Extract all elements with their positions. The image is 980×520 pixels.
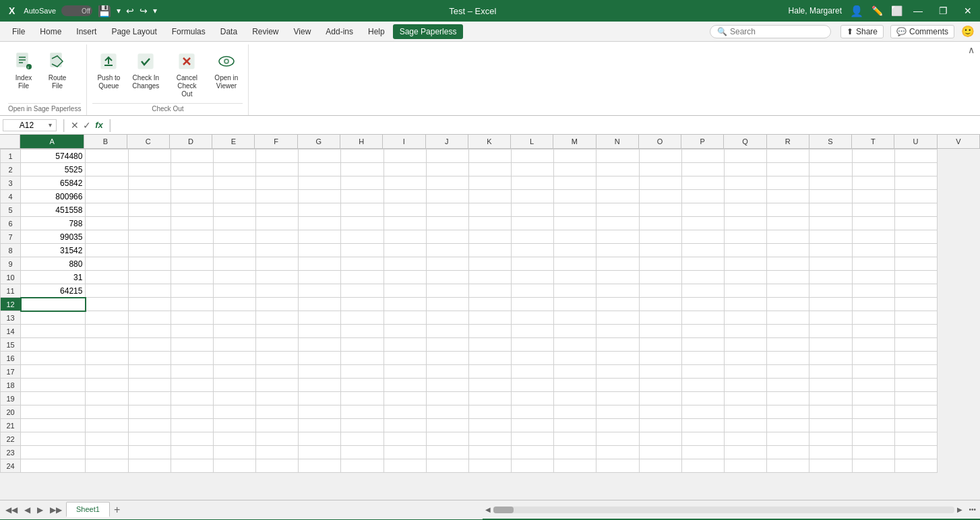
cell[interactable] xyxy=(213,392,255,405)
row-number[interactable]: 23 xyxy=(1,446,21,459)
grid-body[interactable]: 1574480255253658424800966545155867887990… xyxy=(0,149,980,500)
cell[interactable] xyxy=(426,379,468,392)
row-number[interactable]: 10 xyxy=(1,271,21,284)
cell[interactable] xyxy=(468,190,511,203)
col-header-a[interactable]: A xyxy=(20,135,84,148)
cell[interactable] xyxy=(256,352,299,365)
cell[interactable] xyxy=(639,203,681,217)
cell[interactable] xyxy=(426,284,468,298)
cell[interactable] xyxy=(512,163,554,176)
cell[interactable]: 65842 xyxy=(21,176,86,190)
cell[interactable] xyxy=(86,271,128,284)
cell[interactable] xyxy=(213,338,255,352)
cell[interactable] xyxy=(384,257,426,271)
cell[interactable] xyxy=(767,284,809,298)
cell[interactable] xyxy=(341,163,384,176)
cell[interactable] xyxy=(171,163,213,176)
cell[interactable] xyxy=(384,405,426,419)
col-header-l[interactable]: L xyxy=(511,135,553,148)
formula-cancel-icon[interactable]: ✕ xyxy=(71,120,79,131)
cell[interactable] xyxy=(299,163,341,176)
sheet-nav-prev[interactable]: ◀ xyxy=(22,505,33,515)
cell[interactable] xyxy=(384,338,426,352)
cell[interactable] xyxy=(171,405,213,419)
cell[interactable] xyxy=(299,405,341,419)
cell[interactable] xyxy=(852,150,894,163)
cell[interactable] xyxy=(213,176,255,190)
cell[interactable] xyxy=(213,325,255,338)
cell[interactable] xyxy=(639,230,681,244)
cell[interactable] xyxy=(852,405,894,419)
cell[interactable] xyxy=(639,365,681,379)
cell[interactable] xyxy=(724,190,766,203)
cell[interactable] xyxy=(256,405,299,419)
cell[interactable] xyxy=(256,271,299,284)
cell[interactable] xyxy=(341,230,384,244)
cell[interactable] xyxy=(852,244,894,257)
row-number[interactable]: 5 xyxy=(1,203,21,217)
cell[interactable] xyxy=(21,392,86,405)
cell[interactable] xyxy=(299,284,341,298)
row-number[interactable]: 8 xyxy=(1,244,21,257)
cell[interactable] xyxy=(256,298,299,311)
cell[interactable] xyxy=(894,392,937,405)
cell[interactable] xyxy=(809,190,852,203)
cell[interactable] xyxy=(767,150,809,163)
cell[interactable] xyxy=(852,217,894,230)
cell[interactable] xyxy=(554,352,596,365)
cell[interactable] xyxy=(21,325,86,338)
cell[interactable] xyxy=(681,298,724,311)
cell[interactable] xyxy=(341,405,384,419)
cell[interactable] xyxy=(724,311,766,325)
cell[interactable] xyxy=(894,284,937,298)
cell[interactable] xyxy=(681,379,724,392)
cell[interactable] xyxy=(852,446,894,459)
cell[interactable]: 64215 xyxy=(21,284,86,298)
row-number[interactable]: 21 xyxy=(1,419,21,432)
cell[interactable] xyxy=(426,176,468,190)
cell[interactable] xyxy=(554,217,596,230)
cell[interactable] xyxy=(681,352,724,365)
cell[interactable] xyxy=(639,244,681,257)
cell[interactable] xyxy=(426,459,468,473)
cell[interactable] xyxy=(724,379,766,392)
cell[interactable] xyxy=(724,176,766,190)
cell[interactable] xyxy=(724,352,766,365)
cell[interactable] xyxy=(596,379,639,392)
cell[interactable] xyxy=(299,446,341,459)
cell[interactable] xyxy=(21,446,86,459)
cell[interactable] xyxy=(596,217,639,230)
cell[interactable] xyxy=(767,230,809,244)
cell[interactable] xyxy=(894,325,937,338)
cell[interactable] xyxy=(554,419,596,432)
cell[interactable] xyxy=(596,432,639,446)
customize-qat-icon[interactable]: ▾ xyxy=(117,6,121,15)
cell[interactable] xyxy=(128,230,171,244)
cell[interactable] xyxy=(852,203,894,217)
cell[interactable] xyxy=(852,298,894,311)
row-number[interactable]: 22 xyxy=(1,432,21,446)
cell[interactable] xyxy=(468,244,511,257)
cell[interactable] xyxy=(213,163,255,176)
cell[interactable] xyxy=(894,257,937,271)
cell[interactable] xyxy=(213,311,255,325)
cell[interactable] xyxy=(341,459,384,473)
cell[interactable] xyxy=(341,365,384,379)
cell[interactable] xyxy=(256,217,299,230)
cell[interactable] xyxy=(86,365,128,379)
cell[interactable] xyxy=(468,379,511,392)
cell[interactable] xyxy=(299,244,341,257)
cell[interactable] xyxy=(809,432,852,446)
open-in-viewer-button[interactable]: Open inViewer xyxy=(210,47,243,94)
cell[interactable] xyxy=(639,352,681,365)
formula-input[interactable] xyxy=(117,119,977,131)
cell[interactable] xyxy=(596,459,639,473)
cell[interactable] xyxy=(809,298,852,311)
col-header-m[interactable]: M xyxy=(553,135,596,148)
col-header-d[interactable]: D xyxy=(170,135,212,148)
cell[interactable] xyxy=(894,405,937,419)
cell[interactable] xyxy=(894,432,937,446)
cell[interactable] xyxy=(724,244,766,257)
row-number[interactable]: 20 xyxy=(1,405,21,419)
cell[interactable] xyxy=(894,446,937,459)
